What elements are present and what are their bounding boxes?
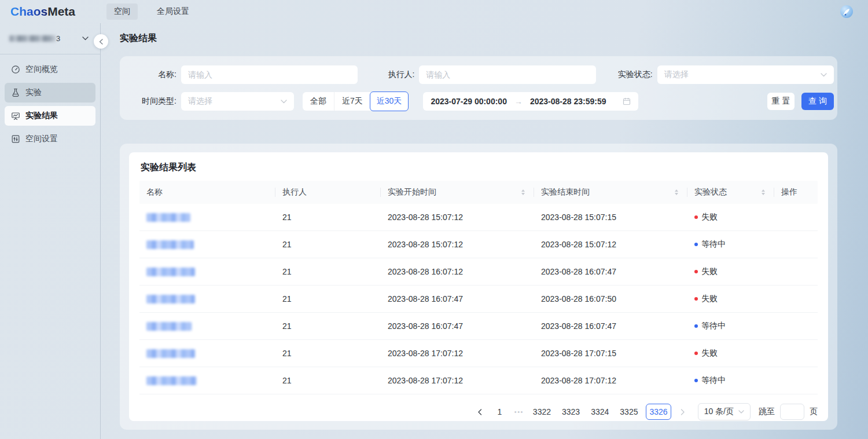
date-range-end[interactable]: 2023-08-28 23:59:59 [530, 97, 606, 106]
cell-status: 失败 [687, 266, 774, 277]
logo-text-chaos: Chaos [10, 5, 47, 18]
status-dot [694, 297, 698, 301]
status-filter-label: 实验状态: [596, 69, 657, 80]
experiment-name-link-redacted[interactable] [146, 322, 192, 331]
workspace-name-suffix: 3 [56, 34, 60, 43]
column-label: 操作 [781, 187, 797, 197]
page-button-1[interactable]: 1 [491, 404, 508, 420]
column-label: 实验状态 [694, 187, 727, 197]
table-row: 21 2023-08-28 17:07:12 2023-08-28 17:07:… [139, 340, 818, 367]
cell-status: 等待中 [687, 321, 774, 331]
workspace-selector[interactable]: 3 [0, 23, 100, 54]
column-header-1: 执行人 [275, 181, 381, 204]
time-type-filter-label: 时间类型: [120, 96, 181, 107]
sidebar-item-experiment-results[interactable]: 实验结果 [5, 106, 95, 126]
collapse-sidebar-button[interactable] [94, 34, 108, 49]
sidebar-item-space-settings[interactable]: 空间设置 [5, 129, 95, 149]
results-card-inner: 实验结果列表 名称执行人实验开始时间实验结束时间实验状态操作 21 2023-0… [129, 152, 828, 421]
executor-filter-label: 执行人: [358, 69, 419, 80]
page-size-value: 10 条/页 [704, 407, 734, 417]
cell-start-time: 2023-08-28 16:07:12 [381, 267, 534, 276]
pagination-ellipsis[interactable]: ••• [514, 408, 524, 415]
next-page-button[interactable] [676, 404, 689, 420]
sidebar-item-label: 空间设置 [25, 134, 58, 144]
executor-filter-input[interactable] [419, 65, 595, 84]
chevron-right-icon [681, 409, 685, 415]
space-settings-icon [11, 134, 20, 144]
sidebar-item-label: 实验结果 [25, 111, 58, 121]
page-button-3325[interactable]: 3325 [617, 404, 641, 420]
time-type-select[interactable]: 请选择 [181, 92, 294, 111]
nav-tab-space[interactable]: 空间 [106, 3, 138, 20]
sidebar-item-space-overview[interactable]: 空间概览 [5, 60, 95, 79]
table-body: 21 2023-08-28 15:07:12 2023-08-28 15:07:… [139, 204, 818, 394]
experiment-name-link-redacted[interactable] [146, 240, 194, 249]
cell-executor: 21 [275, 321, 381, 331]
top-navbar: ChaosMeta 空间 全局设置 [0, 0, 868, 23]
status-label: 失败 [701, 294, 718, 304]
reset-button[interactable]: 重 置 [767, 93, 795, 110]
cell-name [139, 268, 275, 276]
sort-icon[interactable] [762, 189, 765, 195]
experiment-name-link-redacted[interactable] [146, 295, 195, 303]
page-size-select[interactable]: 10 条/页 [698, 403, 751, 420]
prev-page-button[interactable] [473, 404, 486, 420]
column-label: 实验开始时间 [388, 187, 436, 197]
filter-name: 名称: [120, 65, 358, 84]
page-button-3322[interactable]: 3322 [530, 404, 554, 420]
column-label: 执行人 [282, 187, 307, 197]
experiment-name-link-redacted[interactable] [146, 213, 190, 222]
sort-icon[interactable] [675, 189, 678, 195]
status-dot [694, 352, 698, 355]
cell-end-time: 2023-08-28 16:07:47 [534, 267, 687, 276]
logo-text-meta: Meta [47, 5, 75, 18]
page-button-3323[interactable]: 3323 [559, 404, 583, 420]
status-select-placeholder: 请选择 [664, 69, 689, 80]
date-range-start[interactable]: 2023-07-29 00:00:00 [431, 97, 507, 106]
page-unit-label: 页 [810, 407, 818, 417]
query-button[interactable]: 查 询 [801, 93, 834, 110]
sidebar-item-label: 实验 [25, 87, 42, 98]
page-button-3324[interactable]: 3324 [588, 404, 612, 420]
status-dot [694, 379, 698, 382]
sidebar-item-experiments[interactable]: 实验 [5, 83, 95, 103]
nav-tab-global-settings[interactable]: 全局设置 [149, 3, 197, 20]
name-filter-input[interactable] [181, 65, 358, 84]
quick-range-all[interactable]: 全部 [303, 92, 334, 111]
quick-range-30d[interactable]: 近30天 [370, 92, 409, 111]
table-row: 21 2023-08-28 16:07:12 2023-08-28 16:07:… [139, 258, 818, 286]
experiment-name-link-redacted[interactable] [146, 376, 197, 385]
table-row: 21 2023-08-28 17:07:12 2023-08-28 17:07:… [139, 367, 818, 394]
cell-status: 等待中 [687, 375, 774, 386]
sort-icon[interactable] [521, 189, 525, 195]
cell-start-time: 2023-08-28 15:07:12 [381, 240, 534, 249]
cell-start-time: 2023-08-28 16:07:47 [381, 294, 534, 303]
column-header-2[interactable]: 实验开始时间 [381, 181, 534, 204]
experiment-name-link-redacted[interactable] [146, 349, 195, 358]
cell-executor: 21 [275, 376, 381, 385]
pagination-pages: 33223323332433253326 [530, 404, 671, 420]
status-label: 等待中 [701, 239, 726, 250]
user-avatar[interactable] [840, 5, 853, 18]
chevron-down-icon [821, 73, 827, 77]
cell-name [139, 295, 275, 303]
status-dot [694, 243, 698, 246]
cell-status: 失败 [687, 212, 774, 222]
sidebar-item-label: 空间概览 [25, 64, 58, 75]
date-range-picker[interactable]: 2023-07-29 00:00:00 → 2023-08-28 23:59:5… [423, 92, 638, 111]
avatar-figure-icon [840, 5, 853, 18]
cell-name [139, 322, 275, 331]
gauge-icon [11, 65, 20, 74]
experiment-name-link-redacted[interactable] [146, 268, 195, 276]
quick-range-7d[interactable]: 近7天 [334, 92, 370, 111]
results-board-icon [11, 111, 20, 120]
jump-to-page-input[interactable] [780, 404, 804, 420]
page-button-3326[interactable]: 3326 [646, 404, 671, 420]
page-title: 实验结果 [120, 32, 157, 45]
cell-start-time: 2023-08-28 17:07:12 [381, 349, 534, 358]
column-header-3[interactable]: 实验结束时间 [534, 181, 687, 204]
column-header-4[interactable]: 实验状态 [687, 181, 774, 204]
cell-status: 失败 [687, 294, 774, 304]
cell-executor: 21 [275, 294, 381, 303]
status-filter-select[interactable]: 请选择 [657, 65, 834, 84]
